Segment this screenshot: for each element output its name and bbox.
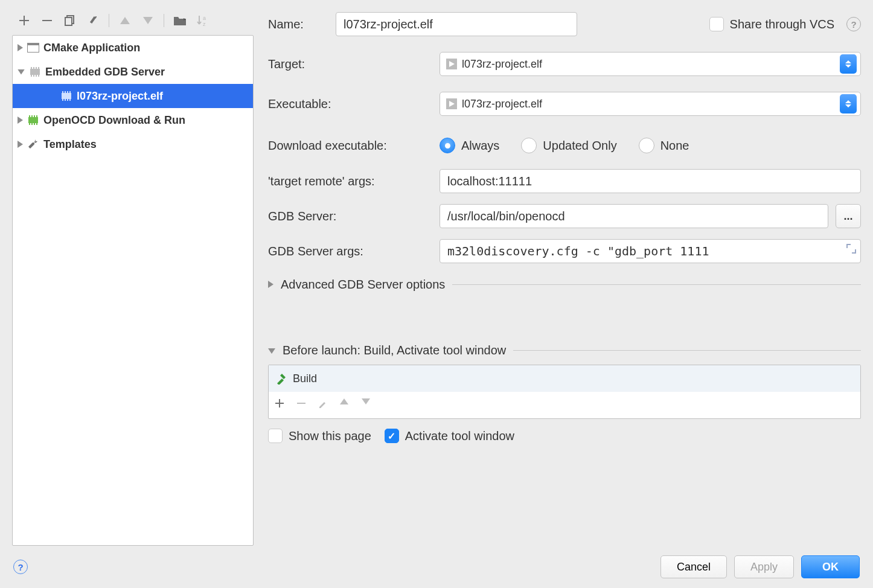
ok-button[interactable]: OK — [801, 555, 860, 578]
activate-tool-checkbox[interactable]: Activate tool window — [385, 429, 514, 443]
target-icon — [446, 59, 457, 69]
download-label: Download executable: — [268, 139, 432, 153]
svg-marker-3 — [120, 17, 130, 24]
cancel-button[interactable]: Cancel — [660, 555, 727, 578]
help-icon[interactable]: ? — [13, 560, 28, 574]
move-down-icon[interactable] — [362, 398, 375, 412]
executable-value: l073rz-project.elf — [462, 98, 542, 110]
list-item-label: Build — [293, 372, 317, 385]
before-launch-title[interactable]: Before launch: Build, Activate tool wind… — [283, 344, 506, 357]
tree-item-elf[interactable]: l073rz-project.elf — [13, 84, 253, 108]
radio-none[interactable]: None — [639, 138, 689, 153]
radio-icon — [440, 138, 455, 153]
dropdown-handle-icon — [840, 54, 857, 74]
name-label: Name: — [268, 18, 328, 31]
remove-task-icon[interactable] — [296, 398, 310, 412]
help-icon[interactable]: ? — [846, 17, 861, 31]
tree-item-gdb[interactable]: Embedded GDB Server — [13, 60, 253, 84]
tree-item-label: CMake Application — [43, 42, 140, 54]
tree-item-openocd[interactable]: OpenOCD Download & Run — [13, 108, 253, 132]
show-page-checkbox[interactable]: Show this page — [268, 429, 371, 443]
hammer-icon — [275, 372, 287, 385]
sidebar-toolbar: az — [12, 11, 254, 35]
executable-label: Executable: — [268, 97, 432, 111]
target-label: Target: — [268, 57, 432, 71]
chip-icon — [28, 66, 42, 78]
target-dropdown[interactable]: l073rz-project.elf — [440, 52, 861, 76]
chip-green-icon — [27, 114, 40, 126]
copy-config-icon[interactable] — [63, 13, 77, 28]
checkbox-icon — [709, 17, 724, 31]
chevron-right-icon — [18, 141, 23, 148]
name-field[interactable] — [336, 12, 577, 36]
svg-text:z: z — [203, 21, 206, 27]
svg-rect-10 — [30, 69, 40, 75]
chevron-down-icon[interactable] — [268, 344, 275, 357]
chevron-right-icon — [18, 44, 23, 51]
radio-always[interactable]: Always — [440, 138, 499, 153]
radio-icon — [639, 138, 654, 153]
edit-task-icon[interactable] — [318, 398, 331, 412]
svg-text:a: a — [203, 15, 206, 21]
sort-az-icon[interactable]: az — [196, 13, 210, 28]
before-launch-toolbar — [269, 392, 860, 418]
remote-label: 'target remote' args: — [268, 174, 432, 188]
config-tree[interactable]: CMake Application Embedded GDB Server l0… — [12, 35, 254, 546]
divider — [513, 350, 861, 351]
svg-rect-12 — [28, 117, 38, 123]
radio-updated[interactable]: Updated Only — [521, 138, 616, 153]
apply-button[interactable]: Apply — [734, 555, 794, 578]
target-icon — [446, 98, 457, 109]
chevron-right-icon[interactable] — [268, 278, 273, 291]
list-item-build[interactable]: Build — [269, 365, 860, 392]
add-task-icon[interactable] — [275, 398, 288, 412]
svg-marker-18 — [362, 398, 370, 404]
advanced-section-title[interactable]: Advanced GDB Server options — [281, 278, 445, 292]
svg-rect-11 — [62, 93, 71, 99]
dropdown-handle-icon — [840, 94, 857, 113]
svg-rect-9 — [27, 43, 39, 45]
svg-marker-17 — [340, 398, 348, 404]
executable-dropdown[interactable]: l073rz-project.elf — [440, 92, 861, 116]
dialog-footer: ? Cancel Apply OK — [0, 546, 873, 588]
tree-item-label: l073rz-project.elf — [77, 90, 163, 103]
browse-button[interactable]: ... — [836, 204, 861, 228]
share-vcs-checkbox[interactable]: Share through VCS — [709, 17, 834, 31]
folder-icon[interactable] — [173, 13, 187, 28]
gdb-args-label: GDB Server args: — [268, 244, 432, 258]
gdb-server-field[interactable] — [440, 204, 828, 228]
move-up-icon[interactable] — [118, 13, 132, 28]
wrench-icon — [27, 138, 40, 150]
move-up-icon[interactable] — [340, 398, 353, 412]
chevron-down-icon — [18, 69, 25, 75]
svg-marker-4 — [143, 17, 153, 24]
radio-icon — [521, 138, 537, 153]
tree-item-label: OpenOCD Download & Run — [43, 114, 185, 127]
gdb-server-label: GDB Server: — [268, 209, 432, 223]
checkbox-checked-icon — [385, 429, 399, 443]
edit-templates-icon[interactable] — [86, 13, 100, 28]
add-config-icon[interactable] — [17, 13, 31, 28]
divider — [452, 284, 861, 285]
chevron-right-icon — [18, 117, 23, 124]
chip-icon — [60, 90, 73, 102]
tree-item-templates[interactable]: Templates — [13, 132, 253, 156]
svg-rect-1 — [65, 18, 72, 25]
tree-item-cmake[interactable]: CMake Application — [13, 36, 253, 60]
move-down-icon[interactable] — [141, 13, 155, 28]
app-icon — [27, 42, 40, 54]
remove-config-icon[interactable] — [40, 13, 54, 28]
svg-rect-2 — [90, 16, 96, 24]
expand-icon[interactable] — [846, 244, 856, 254]
checkbox-icon — [268, 429, 283, 443]
tree-item-label: Templates — [43, 138, 97, 151]
remote-args-field[interactable] — [440, 169, 861, 193]
target-value: l073rz-project.elf — [462, 58, 542, 71]
share-vcs-label: Share through VCS — [730, 18, 834, 31]
gdb-args-field[interactable] — [440, 239, 861, 263]
tree-item-label: Embedded GDB Server — [45, 66, 165, 78]
before-launch-list: Build — [268, 365, 861, 419]
